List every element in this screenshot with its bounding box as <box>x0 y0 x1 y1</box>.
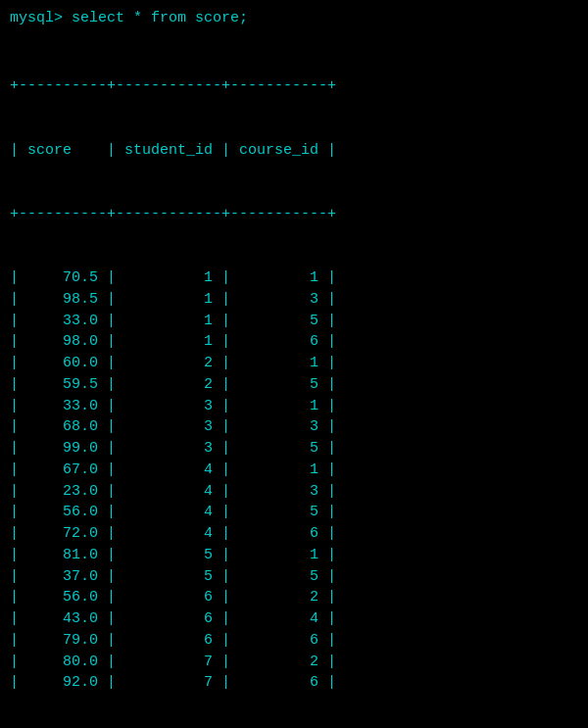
table-row: | 60.0 | 2 | 1 | <box>10 353 578 374</box>
table-row: | 72.0 | 4 | 6 | <box>10 523 578 545</box>
table-row: | 99.0 | 3 | 5 | <box>10 438 578 460</box>
table-row: | 79.0 | 6 | 6 | <box>10 630 578 652</box>
table-row: | 98.0 | 1 | 6 | <box>10 331 578 353</box>
table-row: | 81.0 | 5 | 1 | <box>10 545 578 566</box>
divider-mid: +----------+------------+-----------+ <box>10 204 578 225</box>
query-result-table: +----------+------------+-----------+ | … <box>10 33 578 728</box>
table-header: | score | student_id | course_id | <box>10 140 578 162</box>
terminal-window: mysql> select * from score; +----------+… <box>10 8 578 728</box>
table-row: | 70.5 | 1 | 1 | <box>10 267 578 289</box>
sql-command: mysql> select * from score; <box>10 8 578 29</box>
table-row: | 37.0 | 5 | 5 | <box>10 566 578 588</box>
table-row: | 59.5 | 2 | 5 | <box>10 374 578 396</box>
table-row: | 33.0 | 3 | 1 | <box>10 396 578 417</box>
table-row: | 43.0 | 6 | 4 | <box>10 608 578 630</box>
table-row: | 98.5 | 1 | 3 | <box>10 289 578 311</box>
divider-top: +----------+------------+-----------+ <box>10 75 578 97</box>
table-row: | 92.0 | 7 | 6 | <box>10 672 578 694</box>
table-row: | 56.0 | 6 | 2 | <box>10 587 578 608</box>
table-row: | 56.0 | 4 | 5 | <box>10 502 578 523</box>
table-row: | 33.0 | 1 | 5 | <box>10 311 578 332</box>
table-row: | 23.0 | 4 | 3 | <box>10 481 578 503</box>
table-body: | 70.5 | 1 | 1 || 98.5 | 1 | 3 || 33.0 |… <box>10 267 578 694</box>
table-row: | 68.0 | 3 | 3 | <box>10 416 578 438</box>
table-row: | 67.0 | 4 | 1 | <box>10 460 578 481</box>
table-row: | 80.0 | 7 | 2 | <box>10 652 578 673</box>
